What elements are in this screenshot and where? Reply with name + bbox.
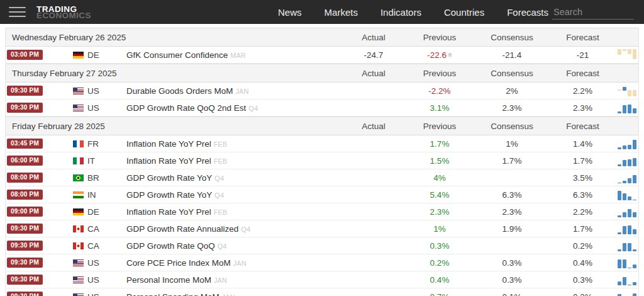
sparkline-chart-icon[interactable] <box>618 172 636 183</box>
event-link[interactable]: GDP Growth Rate QoQQ4 <box>126 241 342 251</box>
previous-value: 0.2% <box>405 258 474 268</box>
nav-item-news[interactable]: News <box>278 7 302 18</box>
forecast-value: 2.3% <box>550 103 616 113</box>
spark-bar <box>628 285 631 285</box>
spark-bar <box>628 225 631 234</box>
nav-item-forecasts[interactable]: Forecasts <box>507 7 548 18</box>
table-row[interactable]: 09:30 PMUSCore PCE Price Index MoMJAN0.2… <box>6 254 638 271</box>
actual-value: -24.7 <box>342 50 405 60</box>
forecast-value: 2.2% <box>550 207 616 217</box>
country-cell: CA <box>69 241 126 251</box>
consensus-value: 0.3% <box>474 258 550 268</box>
sparkline-chart-icon[interactable] <box>618 291 636 296</box>
event-link[interactable]: Inflation Rate YoY PrelFEB <box>126 139 342 149</box>
column-header-previous: Previous <box>405 33 474 42</box>
event-link[interactable]: GDP Growth Rate QoQ 2nd EstQ4 <box>126 103 342 113</box>
country-cell: IT <box>69 156 126 166</box>
us-flag-icon <box>73 105 84 111</box>
previous-value: 0.7% <box>405 292 474 296</box>
event-link[interactable]: Inflation Rate YoY PrelFEB <box>126 156 342 166</box>
search-input[interactable] <box>552 5 634 20</box>
logo[interactable]: TRADING ECONOMICS <box>36 6 91 19</box>
sparkline-chart-icon[interactable] <box>618 138 636 149</box>
period-label: Q4 <box>241 225 250 233</box>
column-header-previous: Previous <box>405 122 474 131</box>
spark-bar <box>618 191 621 200</box>
sparkline-chart-icon[interactable] <box>618 49 636 60</box>
time-cell: 09:30 PM <box>6 103 69 113</box>
table-row[interactable]: 03:00 PMDEGfK Consumer ConfidenceMAR-24.… <box>6 47 638 64</box>
sparkline-chart-icon[interactable] <box>618 240 636 251</box>
sparkline-chart-icon[interactable] <box>618 223 636 234</box>
time-cell: 08:00 PM <box>6 173 69 183</box>
event-link[interactable]: Personal Spending MoMJAN <box>126 292 342 296</box>
spark-bar <box>633 175 636 184</box>
hamburger-menu-icon[interactable] <box>9 4 26 20</box>
event-link[interactable]: GDP Growth Rate AnnualizedQ4 <box>126 224 342 234</box>
previous-value: 0.3% <box>405 241 474 251</box>
table-row[interactable]: 09:30 PMUSGDP Growth Rate QoQ 2nd EstQ43… <box>6 100 638 117</box>
previous-value: -22.6® <box>405 50 474 60</box>
spark-bar <box>633 293 636 296</box>
de-flag-icon <box>73 52 84 59</box>
spark-bar <box>623 226 626 234</box>
logo-line-2: ECONOMICS <box>36 12 91 19</box>
time-cell: 03:45 PM <box>6 139 69 149</box>
event-link[interactable]: Durable Goods Orders MoMJAN <box>126 86 342 96</box>
country-cell: IN <box>69 190 126 200</box>
sparkline-chart-icon[interactable] <box>618 274 636 285</box>
table-row[interactable]: 09:30 PMUSPersonal Spending MoMJAN0.7%0.… <box>6 288 638 296</box>
event-link[interactable]: Core PCE Price Index MoMJAN <box>126 258 342 268</box>
table-row[interactable]: 03:45 PMFRInflation Rate YoY PrelFEB1.7%… <box>6 135 638 152</box>
event-link[interactable]: Personal Income MoMJAN <box>126 275 342 285</box>
table-row[interactable]: 06:00 PMITInflation Rate YoY PrelFEB1.5%… <box>6 152 638 169</box>
sparkline-chart-icon[interactable] <box>618 102 636 113</box>
nav-item-indicators[interactable]: Indicators <box>380 7 421 18</box>
in-flag-icon <box>73 191 84 198</box>
table-row[interactable]: 09:30 PMUSPersonal Income MoMJAN0.4%0.3%… <box>6 271 638 288</box>
period-label: FEB <box>214 140 227 148</box>
event-link[interactable]: Inflation Rate YoY PrelFEB <box>126 207 342 217</box>
spark-bar <box>628 159 631 166</box>
nav-item-countries[interactable]: Countries <box>444 7 484 18</box>
table-row[interactable]: 09:00 PMDEInflation Rate YoY PrelFEB2.3%… <box>6 203 638 220</box>
it-flag-icon <box>73 157 84 164</box>
consensus-value: 2.3% <box>474 207 550 217</box>
sparkline-chart-icon[interactable] <box>618 206 636 217</box>
country-code: US <box>87 258 99 268</box>
country-code: US <box>87 275 99 285</box>
table-row[interactable]: 09:30 PMUSDurable Goods Orders MoMJAN-2.… <box>6 83 638 100</box>
spark-bar <box>628 209 631 218</box>
country-cell: US <box>69 275 126 285</box>
time-cell: 09:30 PM <box>6 275 69 285</box>
event-link[interactable]: GfK Consumer ConfidenceMAR <box>126 50 342 60</box>
spark-bar <box>628 243 631 251</box>
table-row[interactable]: 08:00 PMINGDP Growth Rate YoYQ45.4%6.3%6… <box>6 186 638 203</box>
fr-flag-icon <box>73 140 84 147</box>
time-cell: 09:30 PM <box>6 258 69 268</box>
spark-bar <box>623 105 626 114</box>
spark-bar <box>623 277 626 285</box>
spark-bar <box>628 145 631 149</box>
table-row[interactable]: 09:30 PMCAGDP Growth Rate QoQQ40.3%0.2% <box>6 237 638 254</box>
event-link[interactable]: GDP Growth Rate YoYQ4 <box>126 173 342 183</box>
column-header-forecast: Forecast <box>550 69 616 78</box>
country-cell: DE <box>69 50 126 60</box>
country-code: BR <box>87 173 99 183</box>
sparkline-chart-icon[interactable] <box>618 155 636 166</box>
country-code: US <box>87 86 99 96</box>
nav-item-markets[interactable]: Markets <box>325 7 358 18</box>
country-cell: US <box>69 86 126 96</box>
time-cell: 09:00 PM <box>6 207 69 217</box>
column-header-forecast: Forecast <box>550 33 616 42</box>
sparkline-chart-icon[interactable] <box>618 85 636 96</box>
table-row[interactable]: 09:30 PMCAGDP Growth Rate AnnualizedQ41%… <box>6 220 638 237</box>
sparkline-chart-icon[interactable] <box>618 189 636 200</box>
event-link[interactable]: GDP Growth Rate YoYQ4 <box>126 190 342 200</box>
spark-bar <box>633 282 636 285</box>
sparkline-chart-icon[interactable] <box>618 257 636 268</box>
table-row[interactable]: 08:00 PMBRGDP Growth Rate YoYQ44%3.5% <box>6 169 638 186</box>
country-cell: BR <box>69 173 126 183</box>
forecast-value: 6.3% <box>550 190 616 200</box>
spark-bar <box>623 181 626 183</box>
